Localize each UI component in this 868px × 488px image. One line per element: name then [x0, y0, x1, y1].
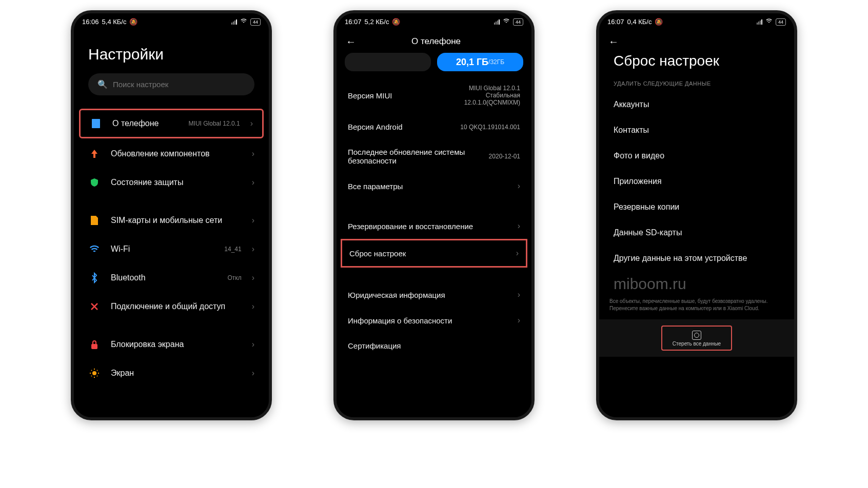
wifi-icon	[88, 243, 101, 255]
item-about-phone[interactable]: О телефоне MIUI Global 12.0.1 ›	[79, 109, 264, 138]
update-icon	[88, 148, 101, 160]
info-label: Все параметры	[348, 182, 511, 191]
footer-note: Все объекты, перечисленные выше, будут б…	[599, 296, 794, 317]
info-label: Резервирование и восстановление	[348, 222, 511, 231]
bluetooth-icon	[88, 272, 101, 284]
chevron-right-icon: ›	[518, 221, 520, 231]
search-input[interactable]: 🔍	[88, 73, 254, 95]
data-sd: Данные SD-карты	[599, 220, 794, 246]
info-label: Сертификация	[348, 341, 520, 350]
lock-icon	[88, 338, 101, 351]
erase-bar: Стереть все данные	[599, 319, 794, 357]
svg-line-9	[91, 376, 92, 376]
list-item-label: О телефоне	[112, 119, 179, 128]
row-miui-version[interactable]: Версия MIUI MIUI Global 12.0.1 Стабильна…	[337, 76, 531, 114]
svg-rect-1	[91, 344, 97, 349]
info-value: 2020-12-01	[489, 153, 520, 160]
info-label: Последнее обновление системы безопасност…	[348, 148, 483, 165]
erase-all-button[interactable]: Стереть все данные	[661, 326, 732, 351]
info-label: Юридическая информация	[348, 291, 511, 299]
item-display[interactable]: Экран ›	[74, 359, 269, 388]
storage-total: /32ГБ	[488, 58, 504, 66]
storage-card-left[interactable]	[345, 53, 431, 71]
signal-icon	[757, 19, 762, 25]
list-item-label: SIM-карты и мобильные сети	[111, 216, 242, 225]
chevron-right-icon: ›	[252, 178, 254, 187]
svg-line-7	[91, 370, 92, 371]
chevron-right-icon: ›	[252, 302, 254, 311]
dnd-icon: 🔕	[655, 18, 663, 26]
list-item-label: Bluetooth	[111, 273, 217, 282]
erase-label: Стереть все данные	[673, 341, 721, 347]
list-item-value: MIUI Global 12.0.1	[189, 120, 240, 127]
row-factory-reset[interactable]: Сброс настроек ›	[341, 239, 527, 268]
data-photos: Фото и видео	[599, 143, 794, 169]
item-component-update[interactable]: Обновление компонентов ›	[74, 139, 269, 168]
svg-line-8	[97, 376, 97, 376]
svg-rect-0	[92, 119, 100, 128]
chevron-right-icon: ›	[252, 273, 254, 282]
data-backups: Резервные копии	[599, 194, 794, 220]
header-title: О телефоне	[369, 36, 503, 47]
status-bar: 16:06 5,4 КБ/с 🔕 44	[74, 13, 269, 30]
data-apps: Приложения	[599, 169, 794, 194]
chevron-right-icon: ›	[250, 119, 253, 128]
row-legal[interactable]: Юридическая информация ›	[337, 282, 531, 308]
header: ←	[599, 30, 794, 48]
svg-point-2	[92, 371, 96, 375]
wifi-icon	[503, 17, 510, 26]
info-label: Версия MIUI	[348, 91, 458, 100]
info-label: Сброс настроек	[349, 249, 510, 258]
list-item-label: Состояние защиты	[111, 178, 242, 187]
data-other: Другие данные на этом устройстве	[599, 246, 794, 271]
sim-icon	[88, 214, 101, 227]
status-speed: 0,4 КБ/с	[627, 18, 652, 26]
list-item-value: Откл	[227, 274, 241, 281]
item-lock-screen[interactable]: Блокировка экрана ›	[74, 330, 269, 359]
status-bar: 16:07 0,4 КБ/с 🔕 44	[599, 13, 794, 30]
search-icon: 🔍	[97, 79, 108, 89]
chevron-right-icon: ›	[252, 369, 254, 378]
status-speed: 5,4 КБ/с	[102, 18, 127, 26]
page-title: Настройки	[74, 30, 269, 73]
row-certification[interactable]: Сертификация	[337, 333, 531, 358]
phone-3-reset: 16:07 0,4 КБ/с 🔕 44 ← Сброс настроек УДА…	[596, 10, 797, 420]
status-time: 16:07	[345, 18, 362, 26]
row-android-version[interactable]: Версия Android 10 QKQ1.191014.001	[337, 114, 531, 139]
list-item-label: Подключение и общий доступ	[111, 302, 242, 311]
brightness-icon	[88, 367, 101, 379]
chevron-right-icon: ›	[518, 181, 520, 191]
storage-card-right[interactable]: 20,1 ГБ/32ГБ	[437, 53, 523, 71]
status-time: 16:06	[82, 18, 99, 26]
item-bluetooth[interactable]: Bluetooth Откл ›	[74, 263, 269, 292]
row-all-params[interactable]: Все параметры ›	[337, 173, 531, 199]
list-item-value: 14_41	[224, 246, 241, 253]
signal-icon	[231, 19, 237, 25]
row-security-update[interactable]: Последнее обновление системы безопасност…	[337, 139, 531, 173]
data-accounts: Аккаунты	[599, 92, 794, 117]
chevron-right-icon: ›	[516, 249, 519, 258]
signal-icon	[494, 19, 500, 25]
section-label: УДАЛИТЬ СЛЕДУЮЩИЕ ДАННЫЕ	[599, 77, 794, 92]
status-bar: 16:07 5,2 КБ/с 🔕 44	[337, 13, 531, 30]
item-security-status[interactable]: Состояние защиты ›	[74, 168, 269, 197]
back-arrow-icon[interactable]: ←	[607, 35, 620, 48]
dnd-icon: 🔕	[129, 18, 137, 26]
back-arrow-icon[interactable]: ←	[345, 35, 357, 48]
status-time: 16:07	[607, 18, 624, 26]
item-sim[interactable]: SIM-карты и мобильные сети ›	[74, 206, 269, 235]
row-backup-restore[interactable]: Резервирование и восстановление ›	[337, 213, 531, 239]
chevron-right-icon: ›	[518, 316, 520, 325]
page-title: Сброс настроек	[599, 48, 794, 77]
info-label: Версия Android	[348, 123, 454, 131]
chevron-right-icon: ›	[252, 216, 254, 225]
item-connection-sharing[interactable]: Подключение и общий доступ ›	[74, 292, 269, 321]
item-wifi[interactable]: Wi-Fi 14_41 ›	[74, 235, 269, 263]
wifi-icon	[765, 17, 773, 26]
storage-block: 20,1 ГБ/32ГБ	[337, 53, 531, 76]
row-safety-info[interactable]: Информация о безопасности ›	[337, 308, 531, 333]
info-label: Информация о безопасности	[348, 316, 511, 325]
list-item-label: Экран	[111, 369, 242, 378]
erase-icon	[692, 331, 701, 340]
status-speed: 5,2 КБ/с	[365, 18, 389, 26]
